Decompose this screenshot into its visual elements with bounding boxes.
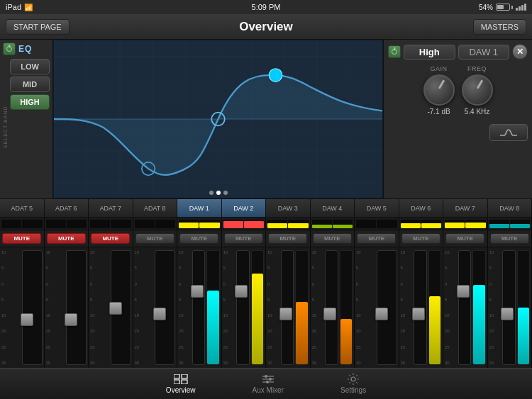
- bottom-tab-aux-mixer[interactable]: Aux Mixer: [253, 373, 284, 394]
- fader-handle[interactable]: [501, 308, 514, 320]
- start-page-button[interactable]: START PAGE: [6, 19, 70, 35]
- mute-cell: MUTE: [89, 230, 133, 247]
- mute-cell: MUTE: [177, 230, 222, 247]
- channel-tab[interactable]: ADAT 8: [133, 199, 178, 217]
- fader-handle[interactable]: [65, 313, 77, 326]
- eq-graph[interactable]: [53, 40, 383, 198]
- faders-row: 1050510202530105051020253010505102025301…: [0, 247, 532, 368]
- fader-track[interactable]: [325, 250, 338, 365]
- channel-tab[interactable]: DAW 1: [177, 199, 222, 217]
- fader-track[interactable]: [22, 250, 43, 365]
- mute-button[interactable]: MUTE: [445, 233, 484, 244]
- fader-cell: 1050510202530: [266, 247, 311, 368]
- meters-row: [0, 218, 532, 230]
- eq-close-button[interactable]: ✕: [512, 44, 528, 60]
- mute-button[interactable]: MUTE: [401, 233, 440, 244]
- fader-track[interactable]: [236, 250, 250, 365]
- page-dot[interactable]: [223, 191, 228, 195]
- fader-track[interactable]: [502, 250, 516, 365]
- fader-track[interactable]: [111, 250, 131, 365]
- fader-handle[interactable]: [375, 308, 388, 320]
- masters-button[interactable]: MASTERS: [473, 19, 526, 35]
- channel-tab[interactable]: DAW 8: [488, 199, 533, 217]
- level-bar: [206, 250, 220, 365]
- bottom-tab-label: Overview: [166, 386, 196, 394]
- channel-tab[interactable]: DAW 2: [222, 199, 267, 217]
- fader-handle[interactable]: [235, 285, 248, 298]
- channel-tab[interactable]: DAW 5: [355, 199, 399, 217]
- mute-row: MUTEMUTEMUTEMUTEMUTEMUTEMUTEMUTEMUTEMUTE…: [0, 230, 532, 247]
- band-low-button[interactable]: LOW: [10, 59, 50, 74]
- meter-cell: [133, 218, 178, 230]
- bottom-tab-label: Settings: [340, 386, 366, 394]
- svg-rect-8: [182, 380, 187, 384]
- page-dot[interactable]: [209, 191, 214, 195]
- mute-button[interactable]: MUTE: [313, 233, 352, 244]
- battery-icon: [496, 4, 513, 11]
- fader-track[interactable]: [281, 250, 294, 365]
- mute-button[interactable]: MUTE: [268, 233, 307, 244]
- mute-button[interactable]: MUTE: [224, 233, 263, 244]
- gain-knob[interactable]: [423, 74, 455, 106]
- fader-handle[interactable]: [191, 285, 204, 298]
- mute-button[interactable]: MUTE: [490, 233, 529, 244]
- fader-handle[interactable]: [109, 302, 122, 315]
- fader-handle[interactable]: [412, 308, 425, 320]
- fader-handle[interactable]: [153, 308, 166, 320]
- level-bar: [340, 250, 353, 365]
- channel-tab[interactable]: ADAT 6: [45, 199, 89, 217]
- status-bar: iPad 📶 5:09 PM 54%: [0, 0, 532, 14]
- fader-track[interactable]: [66, 250, 87, 365]
- fader-track[interactable]: [377, 250, 397, 365]
- battery-percentage: 54%: [479, 4, 493, 11]
- freq-value: 5.4 KHz: [465, 108, 490, 116]
- channel-tab[interactable]: ADAT 5: [0, 199, 45, 217]
- mute-button[interactable]: MUTE: [135, 233, 174, 244]
- eq-power-button[interactable]: [3, 43, 16, 55]
- mute-button[interactable]: MUTE: [179, 233, 218, 244]
- bottom-tab-overview[interactable]: Overview: [166, 373, 196, 394]
- fader-handle[interactable]: [323, 308, 336, 320]
- top-bar: START PAGE Overview MASTERS: [0, 14, 532, 40]
- eq-band-power-button[interactable]: [388, 45, 401, 58]
- sliders-icon: [260, 373, 276, 385]
- eq-label: EQ: [18, 44, 32, 54]
- channel-tab[interactable]: DAW 6: [399, 199, 444, 217]
- fader-cell: 1050510202530: [133, 247, 178, 368]
- page-dot[interactable]: [216, 191, 221, 195]
- mute-button[interactable]: MUTE: [2, 233, 41, 244]
- mute-button[interactable]: MUTE: [357, 233, 396, 244]
- fader-track[interactable]: [192, 250, 206, 365]
- fader-track[interactable]: [414, 250, 427, 365]
- fader-track[interactable]: [155, 250, 175, 365]
- mute-button[interactable]: MUTE: [91, 233, 130, 244]
- meter-cell: [488, 218, 533, 230]
- fader-cell: 1050510202530: [488, 247, 533, 368]
- bottom-tab-settings[interactable]: Settings: [340, 373, 366, 394]
- fader-cell: 1050510202530: [311, 247, 355, 368]
- channel-tab[interactable]: DAW 3: [266, 199, 311, 217]
- fader-handle[interactable]: [457, 285, 470, 298]
- clock: 5:09 PM: [252, 3, 281, 11]
- level-bar: [295, 250, 309, 365]
- freq-knob[interactable]: [462, 74, 493, 106]
- fader-handle[interactable]: [279, 308, 292, 320]
- channel-tab[interactable]: ADAT 7: [89, 199, 133, 217]
- channel-tab[interactable]: DAW 7: [443, 199, 488, 217]
- fader-track[interactable]: [458, 250, 472, 365]
- filter-type-button[interactable]: [489, 124, 528, 141]
- mute-button[interactable]: MUTE: [47, 233, 86, 244]
- signal-bars: [516, 4, 526, 11]
- meter-cell: [399, 218, 444, 230]
- band-name-label: High: [404, 45, 455, 60]
- fader-handle[interactable]: [21, 313, 33, 326]
- eq-left-panel: EQ SELECT BAND LOW MID HIGH: [0, 40, 53, 198]
- level-bar: [251, 250, 265, 365]
- band-high-button[interactable]: HIGH: [10, 94, 50, 110]
- select-band-label: SELECT BAND: [3, 59, 8, 196]
- meter-cell: [311, 218, 355, 230]
- channel-tab[interactable]: DAW 4: [311, 199, 355, 217]
- fader-cell: 1050510202530: [443, 247, 488, 368]
- band-mid-button[interactable]: MID: [10, 77, 50, 92]
- svg-point-4: [269, 69, 282, 82]
